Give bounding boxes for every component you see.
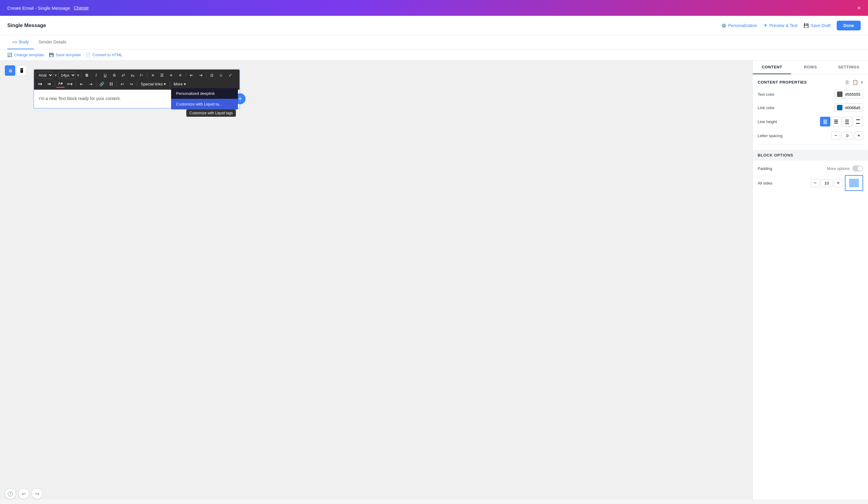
indent-right-button[interactable]: ⇥ xyxy=(86,81,95,88)
bold-button[interactable]: B xyxy=(83,72,91,79)
all-sides-label: All sides xyxy=(758,181,772,185)
text-color-button[interactable]: A▾ xyxy=(56,80,65,88)
justify-button[interactable]: ≡ xyxy=(176,72,185,79)
tab-sender-details[interactable]: Sender Details xyxy=(34,35,71,49)
separator-8 xyxy=(116,81,117,86)
liquid-item[interactable]: Customize with Liquid ta... xyxy=(171,99,238,110)
padding-row: Padding More options xyxy=(758,165,863,172)
right-panel: CONTENT ROWS SETTINGS CONTENT PROPERTIES… xyxy=(753,61,868,500)
omega-button[interactable]: Ω xyxy=(208,72,216,79)
all-sides-controls: − + xyxy=(811,175,863,191)
save-draft-button[interactable]: 💾 Save Draft xyxy=(804,23,830,28)
panel-content-label: CONTENT xyxy=(762,65,782,69)
indent-increase-button[interactable]: ⇥ xyxy=(196,72,205,79)
mobile-view-button[interactable]: 📱 xyxy=(17,65,27,76)
redo-history-button[interactable]: ↪ xyxy=(32,488,43,499)
align-left-button[interactable]: ≡ xyxy=(148,72,157,79)
email-canvas: Arial ▾ 14px ▾ B I U S x² x₂ I× xyxy=(33,69,240,109)
eye-icon: 👁 xyxy=(763,23,768,28)
chevron-down-more-icon: ▾ xyxy=(184,82,186,86)
line-height-spacious-button[interactable] xyxy=(853,117,863,126)
all-sides-stepper: − + xyxy=(811,179,843,187)
special-links-button[interactable]: Special links ▾ xyxy=(138,81,168,88)
more-options-label: More options xyxy=(827,166,850,171)
letter-spacing-row: Letter spacing − + xyxy=(758,131,863,140)
indent-left-button[interactable]: ⇤ xyxy=(77,81,86,88)
highlight-button[interactable]: ✏▾ xyxy=(65,81,74,88)
svg-rect-6 xyxy=(834,123,838,123)
change-template-button[interactable]: 🔄 Change template xyxy=(7,53,44,57)
panel-content: CONTENT PROPERTIES 🗑 📋 ▾ Text color #555… xyxy=(753,74,868,500)
font-family-select[interactable]: Arial xyxy=(36,72,53,79)
content-properties-title: CONTENT PROPERTIES xyxy=(758,80,807,84)
panel-tab-rows[interactable]: ROWS xyxy=(791,61,829,74)
text-color-swatch[interactable]: #555555 xyxy=(834,90,863,99)
all-sides-value[interactable] xyxy=(820,179,833,187)
undo-button[interactable]: ↩ xyxy=(118,81,126,88)
line-height-normal-button[interactable] xyxy=(831,117,841,126)
history-button[interactable]: 🕐 xyxy=(5,488,16,499)
expand-button[interactable]: ⤢ xyxy=(226,72,234,79)
panel-tab-content[interactable]: CONTENT xyxy=(753,61,791,74)
all-sides-increase[interactable]: + xyxy=(834,179,843,187)
device-toggle: 🖥 📱 xyxy=(5,65,27,76)
deeplink-item[interactable]: Personalized deeplink xyxy=(171,88,238,99)
all-sides-decrease[interactable]: − xyxy=(811,179,819,187)
all-sides-row: All sides − + xyxy=(758,175,863,191)
collapse-icon-button[interactable]: ▾ xyxy=(861,79,863,85)
redo-button[interactable]: ↪ xyxy=(127,81,136,88)
letter-spacing-increase[interactable]: + xyxy=(855,131,863,140)
letter-spacing-decrease[interactable]: − xyxy=(831,131,840,140)
refresh-icon: 🔄 xyxy=(7,53,12,57)
change-link[interactable]: Change xyxy=(74,6,89,10)
letter-spacing-value[interactable] xyxy=(841,132,854,140)
more-label: More xyxy=(174,82,183,86)
strikethrough-button[interactable]: S xyxy=(110,72,118,79)
save-template-button[interactable]: 💾 Save template xyxy=(49,53,81,57)
sub-header: Single Message ⚙️ Personalization 👁 Prev… xyxy=(0,16,868,35)
italic-button[interactable]: I xyxy=(92,72,100,79)
copy-icon-button[interactable]: 📋 xyxy=(852,79,858,85)
separator-7 xyxy=(96,81,96,86)
personalization-button[interactable]: ⚙️ Personalization xyxy=(721,23,757,28)
message-title: Single Message xyxy=(7,22,46,29)
emoji-button[interactable]: ☺ xyxy=(217,72,225,79)
unordered-list-button[interactable]: •▾ xyxy=(45,81,53,88)
tab-body[interactable]: <> Body xyxy=(7,35,34,49)
undo-history-button[interactable]: ↩ xyxy=(18,488,29,499)
indent-decrease-button[interactable]: ⇤ xyxy=(187,72,196,79)
done-button[interactable]: Done xyxy=(837,21,861,30)
panel-tab-settings[interactable]: SETTINGS xyxy=(830,61,868,74)
font-size-select[interactable]: 14px xyxy=(58,72,76,79)
section-divider xyxy=(758,145,863,145)
clear-format-button[interactable]: I× xyxy=(137,71,146,79)
bottom-toolbar: 🕐 ↩ ↪ xyxy=(5,488,43,499)
superscript-button[interactable]: x² xyxy=(119,72,128,79)
align-center-button[interactable]: ☰ xyxy=(158,72,166,79)
subscript-button[interactable]: x₂ xyxy=(128,72,137,79)
desktop-view-button[interactable]: 🖥 xyxy=(5,65,15,76)
link-color-swatch[interactable]: #0068a5 xyxy=(834,103,863,112)
convert-html-button[interactable]: 📄 Convert to HTML xyxy=(86,53,123,57)
line-height-compact-button[interactable] xyxy=(820,117,830,126)
align-right-button[interactable]: ≡ xyxy=(167,72,175,79)
svg-rect-1 xyxy=(823,121,827,122)
liquid-label: Customize with Liquid ta... xyxy=(176,102,222,106)
separator-9 xyxy=(137,81,137,86)
close-button[interactable]: × xyxy=(857,4,861,12)
convert-html-label: Convert to HTML xyxy=(92,53,123,57)
preview-test-button[interactable]: 👁 Preview & Test xyxy=(763,23,797,28)
block-options-header: BLOCK OPTIONS xyxy=(753,150,868,161)
delete-icon-button[interactable]: 🗑 xyxy=(845,80,850,85)
ordered-list-button[interactable]: ≡▾ xyxy=(36,81,44,88)
text-color-value: #555555 xyxy=(845,92,860,97)
more-options-toggle[interactable] xyxy=(852,165,863,172)
link-button[interactable]: 🔗 xyxy=(97,81,106,88)
separator-4 xyxy=(206,72,206,78)
unlink-button[interactable]: ⛓ xyxy=(107,81,115,88)
link-color-value: #0068a5 xyxy=(845,105,860,110)
more-button[interactable]: More ▾ xyxy=(171,81,188,88)
line-height-relaxed-button[interactable] xyxy=(842,117,852,126)
underline-button[interactable]: U xyxy=(101,72,110,79)
separator-5 xyxy=(55,81,55,86)
